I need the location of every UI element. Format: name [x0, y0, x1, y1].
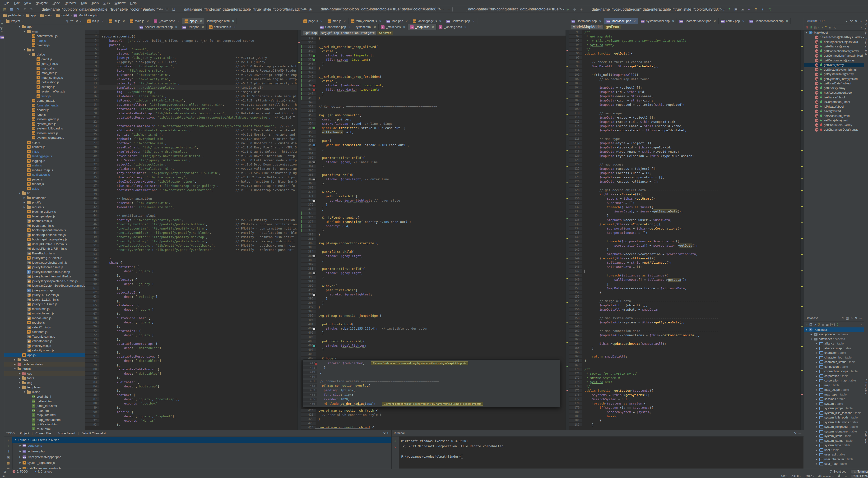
filter-icon[interactable]: Y: [825, 26, 827, 29]
help-icon[interactable]: ?: [7, 450, 9, 453]
project-item-templates[interactable]: ▼templates: [4, 385, 85, 390]
close-icon[interactable]: ✕: [234, 26, 236, 29]
stop-icon[interactable]: ◼: [822, 323, 824, 326]
menu-view[interactable]: View: [22, 0, 33, 5]
tool-button-event-log[interactable]: 🗩Event Log: [828, 470, 848, 474]
db-item-user_api[interactable]: ▶user_api: table: [804, 452, 864, 457]
db-item-eve_phoebe[interactable]: ▶⌗eve_phoebe: schema: [804, 332, 864, 337]
project-item-map[interactable]: ▼map: [4, 29, 85, 34]
db-item-connection[interactable]: ▶connection: table: [804, 364, 864, 369]
changes-icon[interactable]: ▣: [733, 7, 739, 12]
tab-Controller.php[interactable]: phpController.php✕: [444, 18, 477, 24]
project-item-dialog[interactable]: ▼dialog: [4, 52, 85, 57]
project-item-system_effects.js[interactable]: JSsystem_effects.js: [4, 89, 85, 94]
project-item-require.js[interactable]: JSrequire.js: [4, 320, 85, 325]
db-item-system_status[interactable]: ▶system_status: table: [804, 438, 864, 443]
close-icon[interactable]: ✕: [742, 20, 744, 23]
editor-breadcrumb[interactable]: .pf-mapsvg.pf-map-connection-stargate&:h…: [301, 30, 569, 36]
todo-summary[interactable]: ▼Found 7 TODO items in 6 files: [12, 437, 392, 443]
tab-Map.php[interactable]: phpMap.php✕: [384, 18, 410, 24]
tool-button-remote-host[interactable]: Remote Host: [864, 36, 868, 57]
breadcrumb-method[interactable]: getData: [604, 25, 621, 29]
breadcrumb-class[interactable]: Model\MapModel: [571, 25, 603, 29]
project-item-manual.js[interactable]: JSmanual.js: [4, 66, 85, 71]
tab-UserModel.php[interactable]: phpUserModel.php✕: [569, 18, 604, 24]
project-item-bootstrap.min.js[interactable]: 10bootstrap.min.js: [4, 223, 85, 228]
structure-method[interactable]: mgetAlliances():array: [804, 44, 864, 49]
todo-tab-Scope Based[interactable]: Scope Based: [55, 431, 78, 436]
close-icon[interactable]: ✕: [599, 20, 601, 23]
db-item-character[interactable]: ▶character: table: [804, 351, 864, 355]
db-item-user_map[interactable]: ▶user_map: table: [804, 461, 864, 467]
split-icon[interactable]: ⌲: [850, 317, 854, 320]
project-item-ccp.js[interactable]: JSccp.js: [4, 140, 85, 145]
more-icon[interactable]: »: [861, 323, 862, 326]
db-item-map[interactable]: ▶map: table: [804, 383, 864, 388]
plugin-icon[interactable]: ⬚: [766, 7, 772, 12]
close-icon[interactable]: ✕: [403, 26, 405, 29]
vcs-branch[interactable]: Git: master ▾: [818, 475, 834, 478]
push-icon[interactable]: ☁: [740, 7, 745, 12]
project-item-jquery-2.1.1.min.js[interactable]: 10jquery-2.1.1.min.js: [4, 302, 85, 307]
project-item-counter.js[interactable]: JScounter.js: [4, 145, 85, 149]
editor-app-js[interactable]: 1 2requirejs.config({ 3 baseUrl: 'js', /…: [85, 30, 301, 430]
structure-method[interactable]: misAlliance():bool: [804, 95, 864, 100]
menu-edit[interactable]: Edit: [12, 0, 22, 5]
project-item-velocity.ui.min.js[interactable]: 10velocity.ui.min.js: [4, 348, 85, 353]
menu-run[interactable]: Run: [79, 0, 89, 5]
db-item-sessions[interactable]: ▶sessions: table: [804, 397, 864, 402]
close-icon[interactable]: ✕: [472, 20, 474, 23]
project-item-jquery.min.map[interactable]: {}jquery.min.map: [4, 288, 85, 293]
hector-icon[interactable]: ☺: [845, 475, 847, 478]
show-inherited-icon[interactable]: ◐: [818, 26, 820, 29]
project-item-form_element.js[interactable]: JSform_element.js: [4, 103, 85, 108]
structure-method[interactable]: mgetUsers():array: [804, 86, 864, 91]
tab-User.php[interactable]: phpUser.php✕: [180, 24, 206, 30]
modify-table-icon[interactable]: ⚒: [818, 323, 820, 326]
db-item-system_type[interactable]: ▶system_type: table: [804, 443, 864, 448]
structure-method[interactable]: misPrivate():bool: [804, 104, 864, 109]
project-item-node_modules[interactable]: ▶node_modules: [4, 362, 85, 367]
tab-init.js[interactable]: JSinit.js✕: [85, 18, 106, 24]
preview-icon[interactable]: ▣: [7, 455, 10, 459]
project-item-jquery.easypiechart.min.js[interactable]: 10jquery.easypiechart.min.js: [4, 260, 85, 265]
project-item-morris.min.js[interactable]: 10morris.min.js: [4, 307, 85, 311]
structure-method[interactable]: mhasAccess(user):bool: [804, 91, 864, 95]
tab-util.js[interactable]: JSutil.js✕: [106, 18, 128, 24]
hide-panel-icon[interactable]: ⇤: [79, 20, 83, 23]
project-item-mustache.min.js[interactable]: 10mustache.min.js: [4, 311, 85, 316]
project-item-jquery.dragToSelect.js[interactable]: JSjquery.dragToSelect.js: [4, 256, 85, 260]
sync-icon[interactable]: ⟳: [841, 317, 845, 320]
sql-console-icon[interactable]: ▥: [845, 317, 849, 320]
project-item-notification.js[interactable]: JSnotification.js: [4, 172, 85, 177]
settings-gear-icon[interactable]: ⚒: [793, 432, 798, 435]
structure-method[interactable]: misCorporation():bool: [804, 100, 864, 104]
replace-icon[interactable]: ◉: [308, 7, 313, 12]
project-item-app[interactable]: ▼app: [4, 24, 85, 29]
project-item-pnotify[interactable]: ▶pnotify: [4, 200, 85, 205]
todo-file-schema.php[interactable]: ▶phpschema.php: [12, 448, 392, 454]
project-item-map_info.js[interactable]: JSmap_info.js: [4, 71, 85, 75]
project-item-header.js[interactable]: JSheader.js: [4, 108, 85, 113]
structure-method[interactable]: mgetSystems():array|mixed: [804, 76, 864, 81]
project-item-system_signature.js[interactable]: JSsystem_signature.js: [4, 135, 85, 140]
breadcrumb-main[interactable]: main: [39, 14, 53, 17]
tab-map.js[interactable]: JSmap.js✕: [325, 18, 348, 24]
project-item-bootbox.min.js[interactable]: 10bootbox.min.js: [4, 219, 85, 223]
autoscroll-icon[interactable]: ▤: [7, 461, 10, 465]
expand-icon[interactable]: ⌅: [829, 26, 831, 29]
error-stripe[interactable]: [565, 30, 569, 430]
db-item-character_status[interactable]: ▶character_status: table: [804, 360, 864, 365]
menu-file[interactable]: File: [2, 0, 11, 5]
tab-ConnectionModel.php[interactable]: phpConnectionModel.php✕: [747, 18, 790, 24]
project-item-jump_info.js[interactable]: JSjump_info.js: [4, 61, 85, 66]
tab-main.js[interactable]: JSmain.js✕: [127, 18, 151, 24]
error-stripe[interactable]: [298, 30, 301, 430]
project-item-velocity.min.js[interactable]: 10velocity.min.js: [4, 344, 85, 348]
tab-form_element.js[interactable]: JSform_element.js✕: [348, 18, 384, 24]
collapse-all-icon[interactable]: ⌥: [69, 20, 74, 23]
tab-_main.scss[interactable]: S_main.scss✕: [379, 24, 408, 30]
db-item-map_scope[interactable]: ▶map_scope: table: [804, 388, 864, 392]
project-item-jquery.hoverIntent.minified.js[interactable]: 10jquery.hoverIntent.minified.js: [4, 274, 85, 279]
sort-alpha-icon[interactable]: ⇵: [810, 26, 812, 29]
